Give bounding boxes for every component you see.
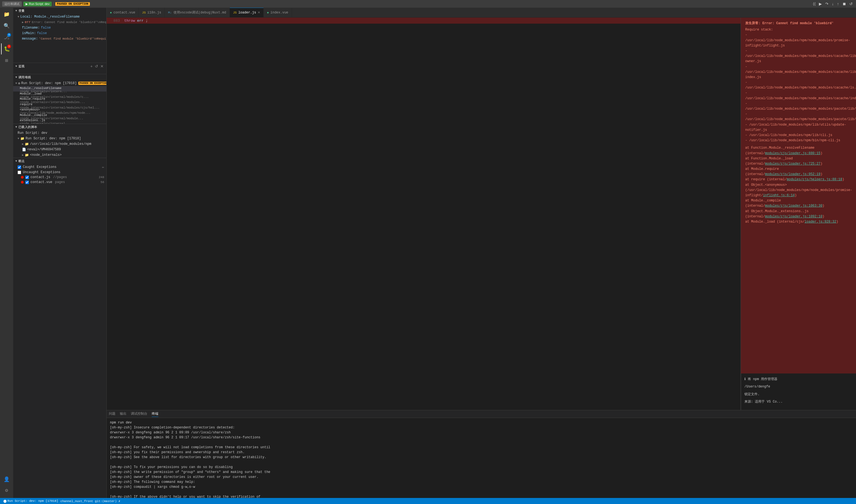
tab-index-vue[interactable]: ◆ index.vue <box>264 8 292 17</box>
callstack-frame-1[interactable]: Module._load <node_internals>/internal/m… <box>13 91 106 97</box>
run-script-button[interactable]: ▶ Run Script: dev <box>23 2 52 6</box>
terminal-tabs: 问题 输出 调试控制台 终端 <box>107 410 856 418</box>
watch-actions: + ↺ ✕ <box>90 64 104 68</box>
stack-line-3: - /usr/local/lib/node_modules/npm/node_m… <box>745 80 852 90</box>
chevron-icon: ▼ <box>18 137 19 140</box>
variables-chevron: ▼ <box>15 10 17 12</box>
at-line-7: at Module._load (internal/cjs/loader.js:… <box>745 219 852 224</box>
step-out-button[interactable]: ↑ <box>836 1 840 6</box>
activity-settings[interactable]: ⚙ <box>1 485 12 496</box>
activity-debug[interactable]: 🐛 1 <box>1 43 12 54</box>
variable-message[interactable]: message: 'Cannot find module 'bluebird'\… <box>13 36 106 41</box>
at-line-1: at Function.Module._load (internal/modul… <box>745 156 852 166</box>
stop-button[interactable]: ⏹ <box>841 1 847 6</box>
run-icon: ▶ <box>25 2 28 6</box>
refresh-watch-button[interactable]: ↺ <box>94 64 99 68</box>
terminal-area: 问题 输出 调试控制台 终端 npm run dev [oh-my-zsh] I… <box>107 410 856 498</box>
clear-watch-button[interactable]: ✕ <box>100 64 104 68</box>
contact-vue-checkbox[interactable] <box>25 181 29 184</box>
callstack-header[interactable]: ▼ 调用堆栈 <box>13 74 106 80</box>
variable-ismain[interactable]: isMain: false <box>13 31 106 36</box>
tab-problems[interactable]: 问题 <box>109 411 115 417</box>
watch-chevron: ▼ <box>15 65 17 68</box>
term-line-1: [oh-my-zsh] Insecure completion-dependen… <box>110 425 853 430</box>
tab-debug-md[interactable]: M↓ 使用vscode调试(debug)Nuxt.md <box>165 8 230 17</box>
tab-i18n-js[interactable]: JS i18n.js <box>139 8 165 17</box>
scripts-header[interactable]: ▼ 已载入的脚本 <box>13 124 106 130</box>
close-tab-icon[interactable]: × <box>258 11 260 15</box>
bp-spacer <box>18 181 19 183</box>
breakpoints-header[interactable]: ▼ 断点 <box>13 158 106 164</box>
term-line-5: [oh-my-zsh] you fix their permissions an… <box>110 450 853 455</box>
callstack-frame-5[interactable]: Module._compile <node_internals>/interna… <box>13 113 106 119</box>
edit-breakpoint-icon[interactable]: ✏ <box>102 165 104 169</box>
code-editor[interactable]: 883 throw err ; <box>107 18 741 410</box>
step-into-button[interactable]: ↓ <box>831 1 835 6</box>
term-line-10: [oh-my-zsh] The following command may he… <box>110 480 853 485</box>
watch-header[interactable]: ▼ 监视 + ↺ ✕ <box>13 63 106 70</box>
callstack-section: ▼ 调用堆栈 ▼ ⚙ Run Script: dev: npm [17018] … <box>13 74 106 124</box>
terminal-content[interactable]: npm run dev [oh-my-zsh] Insecure complet… <box>107 418 856 498</box>
breakpoint-uncaught: Uncaught Exceptions <box>13 170 106 175</box>
breakpoint-caught: Caught Exceptions ✏ <box>13 164 106 170</box>
term-line-blank1 <box>110 440 853 445</box>
tab-debug-console[interactable]: 调试控制台 <box>131 411 147 417</box>
scripts-chevron: ▼ <box>15 126 17 129</box>
variables-section: ▼ 变量 ▼ Local: Module._resolveFilename ▶ … <box>13 8 106 62</box>
callstack-frame-4[interactable]: <anonymous> /usr/local/lib/node_modules/… <box>13 107 106 113</box>
tab-terminal[interactable]: 终端 <box>152 411 158 417</box>
stack-line-1: - /usr/local/lib/node_modules/npm/node_m… <box>745 48 852 64</box>
step-over-button[interactable]: ↷ <box>824 1 830 6</box>
session-chevron: ▼ <box>15 82 17 85</box>
activity-search[interactable]: 🔍 <box>1 20 12 31</box>
caught-exceptions-checkbox[interactable] <box>18 165 21 169</box>
chevron-icon: ▶ <box>22 142 24 146</box>
breakpoints-chevron: ▼ <box>15 160 17 163</box>
settings-icon: ⚙ <box>5 487 8 493</box>
tab-contact-vue[interactable]: ◆ contact.vue <box>107 8 139 17</box>
session-item[interactable]: ▼ ⚙ Run Script: dev: npm [17018] PAUSED … <box>13 80 106 86</box>
callstack-frame-2[interactable]: Module.require <node_internals>/internal… <box>13 97 106 102</box>
scripts-node-internals[interactable]: ▶ 📁 <node_internals> <box>13 152 106 158</box>
activity-source-control[interactable]: ⎇ 9 <box>1 32 12 43</box>
bp-spacer <box>18 176 19 178</box>
step-back-button[interactable]: ⟨⟨ <box>812 1 817 6</box>
variables-header[interactable]: ▼ 变量 <box>13 8 106 14</box>
breakpoint-contact-vue: contact.vue pages 56 <box>13 180 106 185</box>
at-line-6: at Object.Module._extensions..js (intern… <box>745 209 852 219</box>
activity-account[interactable]: 👤 <box>1 474 12 485</box>
callstack-frame-0[interactable]: Module._resolveFilename <node_internals>… <box>13 86 106 91</box>
scripts-eval[interactable]: 📄 <eval>/VM46947589 <box>13 147 106 152</box>
run-debug-button[interactable]: 运行和调试 <box>2 1 22 6</box>
status-git: channel_nuxt_front git:(master) ✗ <box>60 499 120 503</box>
variable-err[interactable]: ▶ err Error: Cannot find module 'bluebir… <box>13 19 106 25</box>
tab-output[interactable]: 输出 <box>120 411 126 417</box>
vue-icon: ◆ <box>110 11 112 14</box>
chevron-icon: ▶ <box>22 154 24 157</box>
scripts-npm-session[interactable]: ▼ 📁 Run Script: dev: npm [17018] <box>13 136 106 141</box>
activity-extensions[interactable]: ⊞ <box>1 55 12 66</box>
top-bar-left: 运行和调试 ▶ Run Script: dev PAUSED ON EXCEPT… <box>2 1 90 6</box>
breakpoints-section: ▼ 断点 Caught Exceptions ✏ Uncaught Except… <box>13 158 106 185</box>
stack-line-4: - /usr/local/lib/node_modules/npm/node_m… <box>745 90 852 101</box>
status-bar: ⬤ Run Script: dev: npm [17018] channel_n… <box>0 498 856 504</box>
continue-button[interactable]: ▶ <box>818 1 823 6</box>
callstack-frame-6[interactable]: extensions..js <node_internals>/internal… <box>13 118 106 124</box>
callstack-frame-3[interactable]: require <node_internals>/internal/module… <box>13 102 106 108</box>
scripts-npm-folder[interactable]: ▶ 📁 /usr/local/lib/node_modules/npm <box>13 141 106 147</box>
variable-filename[interactable]: filename: false <box>13 25 106 31</box>
tab-loader-js[interactable]: JS loader.js × <box>230 8 264 17</box>
info-npm: ℹ 将 npm 用作管理器 <box>744 377 825 382</box>
center-column: ◆ contact.vue JS i18n.js M↓ 使用vscode调试(d… <box>107 8 856 498</box>
restart-button[interactable]: ↺ <box>848 1 854 6</box>
activity-explorer[interactable]: 📁 <box>1 9 12 20</box>
uncaught-exceptions-checkbox[interactable] <box>18 170 21 174</box>
contact-js-checkbox[interactable] <box>25 176 29 179</box>
explorer-icon: 📁 <box>4 11 10 17</box>
scripts-run-label[interactable]: Run Script: dev <box>13 130 106 136</box>
add-watch-button[interactable]: + <box>90 64 93 68</box>
scripts-section: ▼ 已载入的脚本 Run Script: dev ▼ 📁 Run Script:… <box>13 124 106 158</box>
variable-local[interactable]: ▼ Local: Module._resolveFilename <box>13 14 106 19</box>
stack-line-2: - /usr/local/lib/node_modules/npm/node_m… <box>745 64 852 80</box>
tab-bar: ◆ contact.vue JS i18n.js M↓ 使用vscode调试(d… <box>107 8 856 18</box>
